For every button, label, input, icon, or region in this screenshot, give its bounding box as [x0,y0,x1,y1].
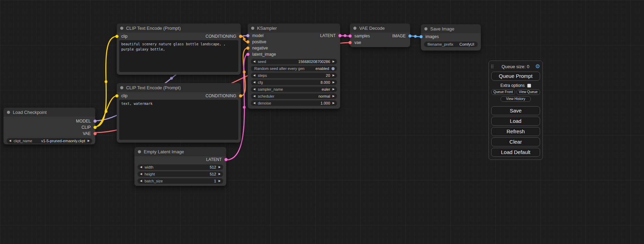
prompt-textarea[interactable]: text, watermark [119,100,238,140]
graph-canvas[interactable]: Load Checkpoint MODEL CLIP VAE ckpt_name… [0,0,644,244]
output-dot-latent[interactable] [338,34,342,37]
widget-height[interactable]: height 512 [138,171,223,177]
node-header[interactable]: CLIP Text Encode (Prompt) [117,24,241,33]
collapse-dot-icon[interactable] [7,111,10,114]
increment-arrow-icon[interactable] [219,173,221,175]
save-button[interactable]: Save [491,106,540,115]
node-header[interactable]: Empty Latent Image [134,147,226,156]
settings-gear-icon[interactable]: ⚙ [535,64,540,69]
extra-options-checkbox[interactable] [527,84,531,88]
collapse-dot-icon[interactable] [120,27,123,30]
widget-name: ckpt_name [14,139,32,143]
wire-midpoint-dot [105,80,107,83]
node-vae-decode[interactable]: VAE Decode samples IMAGE vae [350,24,410,47]
queue-small-buttons-row: Queue Front View Queue [491,89,540,95]
node-load-checkpoint[interactable]: Load Checkpoint MODEL CLIP VAE ckpt_name… [3,108,95,144]
decrement-arrow-icon[interactable] [253,102,255,105]
input-dot-clip[interactable] [115,94,118,98]
input-dot-vae[interactable] [349,41,352,44]
output-dot-model[interactable] [94,120,97,123]
decrement-arrow-icon[interactable] [253,74,255,77]
refresh-button[interactable]: Refresh [491,127,540,136]
output-dot-vae[interactable] [94,132,97,135]
decrement-arrow-icon[interactable] [253,60,255,63]
output-dot-clip[interactable] [94,126,97,129]
collapse-dot-icon[interactable] [138,150,141,153]
increment-arrow-icon[interactable] [219,166,221,169]
output-label: CLIP [81,125,91,130]
decrement-arrow-icon[interactable] [253,95,255,98]
widget-scheduler[interactable]: scheduler normal [251,93,337,99]
output-label: CONDITIONING [205,34,236,39]
node-header[interactable]: Load Checkpoint [3,108,95,117]
decrement-arrow-icon[interactable] [140,173,142,175]
clear-button[interactable]: Clear [491,137,540,146]
increment-arrow-icon[interactable] [333,88,335,91]
input-dot-clip[interactable] [115,35,118,38]
widget-batch-size[interactable]: batch_size 1 [138,178,223,184]
decrement-arrow-icon[interactable] [140,180,142,182]
input-dot-images[interactable] [420,35,423,38]
node-title: Empty Latent Image [144,149,184,154]
widget-filename-prefix[interactable]: filename_prefix ComfyUI [424,42,478,47]
collapse-dot-icon[interactable] [120,86,123,89]
widget-name: cfg [258,80,263,84]
extra-options-row: Extra options [491,83,540,88]
increment-arrow-icon[interactable] [88,139,90,142]
node-header[interactable]: Save Image [421,24,481,33]
load-button[interactable]: Load [491,117,540,126]
wire-midpoint-dot [243,71,246,73]
input-dot-latent-image[interactable] [246,53,249,56]
increment-arrow-icon[interactable] [333,81,335,84]
output-dot-image[interactable] [408,34,412,37]
widget-denoise[interactable]: denoise 1.000 [251,100,337,106]
input-dot-model[interactable] [246,34,249,37]
decrement-arrow-icon[interactable] [9,139,11,142]
collapse-dot-icon[interactable] [424,27,427,30]
increment-arrow-icon[interactable] [333,102,335,105]
widget-cfg[interactable]: cfg 8.000 [251,80,337,85]
output-dot-latent[interactable] [224,158,228,161]
widget-name: Random seed after every gen [254,66,305,71]
widget-seed[interactable]: seed 156680208700286 [251,59,337,64]
increment-arrow-icon[interactable] [333,74,335,77]
widget-name: sampler_name [258,87,283,91]
output-dot-conditioning[interactable] [239,35,242,38]
node-save-image[interactable]: Save Image images filename_prefix ComfyU… [421,24,481,51]
increment-arrow-icon[interactable] [333,95,335,98]
node-header[interactable]: KSampler [248,24,340,33]
widget-ckpt-name[interactable]: ckpt_name v1-5-pruned-emaonly.ckpt [7,138,92,144]
node-header[interactable]: CLIP Text Encode (Prompt) [117,83,241,92]
node-empty-latent-image[interactable]: Empty Latent Image LATENT width 512 heig… [134,147,226,186]
input-dot-negative[interactable] [246,47,249,50]
node-ksampler[interactable]: KSampler model LATENT positive negative … [248,24,340,109]
collapse-dot-icon[interactable] [353,27,356,30]
node-clip-text-encode-negative[interactable]: CLIP Text Encode (Prompt) clip CONDITION… [117,83,241,143]
input-dot-positive[interactable] [246,40,249,44]
load-default-button[interactable]: Load Default [491,148,540,157]
node-header[interactable]: VAE Decode [350,24,410,33]
input-dot-samples[interactable] [349,34,352,37]
output-dot-conditioning[interactable] [239,94,242,98]
drag-handle-icon[interactable] [491,65,494,69]
widget-name: batch_size [144,179,163,183]
view-history-button[interactable]: View History [501,96,531,102]
queue-prompt-button[interactable]: Queue Prompt [491,72,540,81]
widget-width[interactable]: width 512 [138,164,223,170]
widget-steps[interactable]: steps 20 [251,73,337,78]
view-queue-button[interactable]: View Queue [517,89,540,95]
widget-sampler-name[interactable]: sampler_name euler [251,87,337,92]
widget-random-seed-toggle[interactable]: Random seed after every gen enabled [251,66,337,71]
collapse-dot-icon[interactable] [251,27,254,30]
toggle-knob-icon[interactable] [332,67,335,70]
wire-midpoint-dot [344,34,346,37]
decrement-arrow-icon[interactable] [140,166,142,169]
increment-arrow-icon[interactable] [333,60,335,63]
prompt-textarea[interactable]: beautiful scenery nature glass bottle la… [119,40,238,72]
queue-panel-header: Queue size: 0 ⚙ [491,63,540,70]
increment-arrow-icon[interactable] [219,180,221,182]
decrement-arrow-icon[interactable] [253,88,255,91]
decrement-arrow-icon[interactable] [253,81,255,84]
node-clip-text-encode-positive[interactable]: CLIP Text Encode (Prompt) clip CONDITION… [117,24,241,75]
queue-front-button[interactable]: Queue Front [491,89,515,95]
